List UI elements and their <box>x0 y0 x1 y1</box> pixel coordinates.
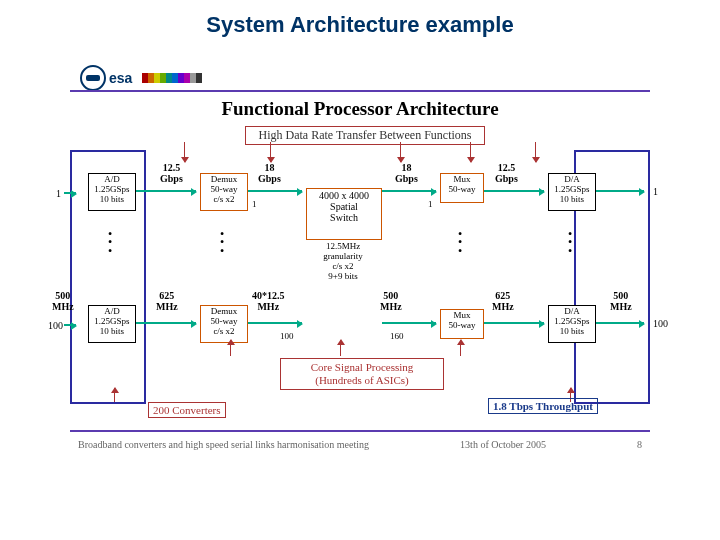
arrow-icon <box>382 322 436 324</box>
bottom-divider <box>70 430 650 432</box>
arrow-icon <box>248 322 302 324</box>
slide-title: System Architecture example <box>0 12 720 38</box>
output-channel-100: 100 <box>653 318 668 329</box>
color-bar-icon <box>142 70 202 86</box>
rate-18: 18 Gbps <box>258 162 281 184</box>
switch-note: 12.5MHz granularity c/s x2 9+9 bits <box>308 242 378 282</box>
diagram-title: Functional Processor Architecture <box>70 98 650 120</box>
up-arrow-icon <box>340 340 341 356</box>
footer: Broadband converters and high speed seri… <box>70 439 650 450</box>
vdots-icon: ••• <box>220 230 224 255</box>
arrow-icon <box>596 190 644 192</box>
down-arrow-icon <box>470 142 471 162</box>
rate-500mhz: 500 MHz <box>52 290 74 312</box>
vdots-icon: ••• <box>108 230 112 255</box>
vdots-icon: ••• <box>568 230 572 255</box>
da-block: D/A 1.25GSps 10 bits <box>548 173 596 211</box>
rate-18: 18 Gbps <box>395 162 418 184</box>
ad-block: A/D 1.25GSps 10 bits <box>88 305 136 343</box>
down-arrow-icon <box>184 142 185 162</box>
lbl-1: 1 <box>252 200 257 210</box>
esa-logo-icon <box>80 65 106 91</box>
vdots-icon: ••• <box>458 230 462 255</box>
down-arrow-icon <box>535 142 536 162</box>
demux-block: Demux 50-way c/s x2 <box>200 173 248 211</box>
rate-12-5: 12.5 Gbps <box>160 162 183 184</box>
esa-logo-text: esa <box>109 70 132 86</box>
input-channel-100: 100 <box>48 320 63 331</box>
arrow-icon <box>382 190 436 192</box>
footer-date: 13th of October 2005 <box>460 439 546 450</box>
lbl-160: 160 <box>390 332 404 342</box>
rate-40x12-5: 40*12.5 MHz <box>252 290 285 312</box>
arrow-icon <box>136 322 196 324</box>
lbl-100: 100 <box>280 332 294 342</box>
up-arrow-icon <box>114 388 115 402</box>
core-processing-note: Core Signal Processing (Hundreds of ASIC… <box>280 358 444 390</box>
converters-note: 200 Converters <box>148 402 226 418</box>
rate-625mhz: 625 MHz <box>156 290 178 312</box>
da-block: D/A 1.25GSps 10 bits <box>548 305 596 343</box>
esa-logo: esa <box>80 65 202 91</box>
subtitle-box: High Data Rate Transfer Between Function… <box>245 126 485 145</box>
spatial-switch-block: 4000 x 4000 Spatial Switch <box>306 188 382 240</box>
footer-left: Broadband converters and high speed seri… <box>78 439 369 450</box>
footer-page: 8 <box>637 439 642 450</box>
throughput-note: 1.8 Tbps Throughput <box>488 398 598 414</box>
arrow-icon <box>248 190 302 192</box>
mux-block: Mux 50-way <box>440 309 484 339</box>
down-arrow-icon <box>270 142 271 162</box>
arrow-icon <box>64 324 76 326</box>
rate-625mhz: 625 MHz <box>492 290 514 312</box>
input-channel-1: 1 <box>56 188 61 199</box>
output-channel-1: 1 <box>653 186 658 197</box>
arrow-icon <box>64 192 76 194</box>
demux-block: Demux 50-way c/s x2 <box>200 305 248 343</box>
up-arrow-icon <box>230 340 231 356</box>
top-divider <box>70 90 650 92</box>
rate-500mhz: 500 MHz <box>610 290 632 312</box>
mux-block: Mux 50-way <box>440 173 484 203</box>
arrow-icon <box>484 322 544 324</box>
arrow-icon <box>136 190 196 192</box>
arrow-icon <box>596 322 644 324</box>
diagram-container: esa Functional Processor Architecture Hi… <box>70 60 650 460</box>
rate-500mhz: 500 MHz <box>380 290 402 312</box>
up-arrow-icon <box>460 340 461 356</box>
arrow-icon <box>484 190 544 192</box>
down-arrow-icon <box>400 142 401 162</box>
ad-block: A/D 1.25GSps 10 bits <box>88 173 136 211</box>
lbl-1: 1 <box>428 200 433 210</box>
rate-12-5: 12.5 Gbps <box>495 162 518 184</box>
